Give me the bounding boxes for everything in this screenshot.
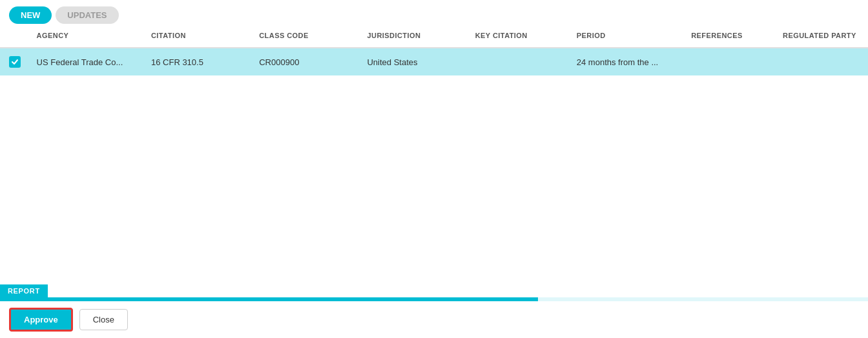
header-checkbox: [0, 24, 30, 48]
row-regulated: [776, 48, 868, 75]
row-jurisdiction: United States: [360, 48, 468, 75]
row-classcode: CR000900: [253, 48, 360, 75]
row-checkbox[interactable]: [9, 56, 21, 68]
row-period: 24 months from the ...: [570, 48, 685, 75]
header-agency: AGENCY: [30, 24, 145, 48]
header-period: PERIOD: [570, 24, 685, 48]
row-keycitation: [469, 48, 570, 75]
row-references: [685, 48, 776, 75]
tab-updates[interactable]: UPDATES: [56, 6, 118, 24]
header-keycitation: KEY CITATION: [469, 24, 570, 48]
header-references: REFERENCES: [685, 24, 776, 48]
tab-new[interactable]: NEW: [9, 6, 52, 24]
row-citation: 16 CFR 310.5: [145, 48, 253, 75]
row-checkbox-cell[interactable]: [0, 48, 30, 75]
table-header: AGENCY CITATION CLASS CODE JURISDICTION …: [0, 24, 868, 48]
table-row[interactable]: US Federal Trade Co... 16 CFR 310.5 CR00…: [0, 48, 868, 75]
header-jurisdiction: JURISDICTION: [360, 24, 468, 48]
header-citation: CITATION: [145, 24, 253, 48]
header-classcode: CLASS CODE: [253, 24, 360, 48]
table-wrapper: AGENCY CITATION CLASS CODE JURISDICTION …: [0, 24, 868, 75]
row-agency: US Federal Trade Co...: [30, 48, 145, 75]
top-tabs: NEW UPDATES: [0, 0, 868, 24]
header-regulated: REGULATED PARTY: [776, 24, 868, 48]
